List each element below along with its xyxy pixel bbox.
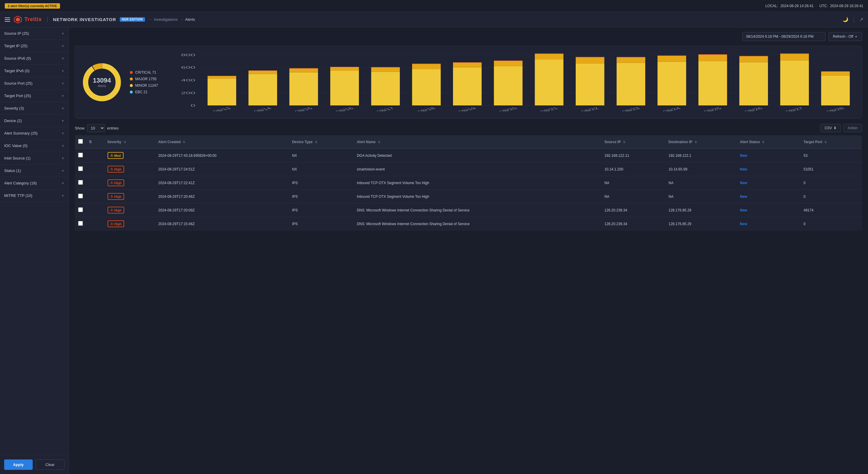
row-extra-cell <box>86 190 104 203</box>
row-alert-status[interactable]: New <box>737 190 801 203</box>
header-device-type[interactable]: Device Type ⇅ <box>289 135 354 149</box>
brand-icon <box>14 15 22 24</box>
filter-item-9[interactable]: IOC Value (0)▼ <box>0 139 69 152</box>
apply-button[interactable]: Apply <box>4 460 33 470</box>
svg-rect-21 <box>248 71 277 74</box>
row-checkbox-cell <box>75 190 86 203</box>
filter-item-13[interactable]: MITRE TTP (10)▼ <box>0 189 69 202</box>
csv-button[interactable]: CSV ⬇ <box>820 124 841 132</box>
action-button[interactable]: Action <box>843 124 862 132</box>
svg-text:08/13: 08/13 <box>211 106 232 112</box>
header-target-port[interactable]: Target Port ⇅ <box>801 135 862 149</box>
row-checkbox[interactable] <box>78 194 83 198</box>
header-alert-created[interactable]: Alert Created ⇅ <box>155 135 289 149</box>
svg-rect-25 <box>289 68 318 72</box>
brand-text: Trellix <box>24 16 42 23</box>
row-checkbox[interactable] <box>78 180 83 185</box>
alert-status-link[interactable]: New <box>740 208 747 212</box>
svg-text:08/25: 08/25 <box>702 106 723 112</box>
alert-status-link[interactable]: New <box>740 181 747 185</box>
row-dest-ip: 128.176.85.29 <box>665 217 737 231</box>
filter-item-5[interactable]: Target Port (25)▼ <box>0 90 69 102</box>
brand-logo: Trellix <box>14 15 42 24</box>
filter-item-4[interactable]: Source Port (25)▼ <box>0 77 69 90</box>
legend-label-0: CRITICAL 71 <box>135 70 156 74</box>
header-alert-name[interactable]: Alert Name ⇅ <box>354 135 601 149</box>
select-all-checkbox[interactable] <box>78 139 83 144</box>
breadcrumb-investigations[interactable]: Investigations <box>154 17 178 22</box>
row-device-type: IPS <box>289 176 354 190</box>
breadcrumb: → Investigations → Alerts <box>149 17 195 22</box>
svg-rect-28 <box>330 71 359 105</box>
header-source-ip[interactable]: Source IP ⇅ <box>601 135 666 149</box>
row-alert-status[interactable]: New <box>737 162 801 176</box>
row-alert-name: Inbound TCP OTX Segment Volume Too High <box>354 176 601 190</box>
filter-item-11[interactable]: Status (1)▼ <box>0 164 69 177</box>
csv-label: CSV <box>825 126 832 130</box>
svg-text:400: 400 <box>181 79 195 82</box>
header-dest-ip[interactable]: Destination IP ⇅ <box>665 135 737 149</box>
entries-select[interactable]: 10 25 50 100 <box>87 124 105 132</box>
header-alert-status[interactable]: Alert Status ⇅ <box>737 135 801 149</box>
svg-rect-68 <box>739 62 768 105</box>
device-type-sort-icon: ⇅ <box>315 140 317 144</box>
severity-triangle-icon: ⚠ <box>110 154 113 157</box>
filter-label: Status (1) <box>4 168 21 173</box>
header-severity[interactable]: Severity ⇅ <box>104 135 155 149</box>
bar-chart-svg: 800 600 400 200 0 08/1308/1408/1508/1608… <box>165 52 856 112</box>
row-alert-status[interactable]: New <box>737 176 801 190</box>
filter-item-3[interactable]: Target IPv6 (0)▼ <box>0 65 69 77</box>
severity-badge: ⚠ High <box>107 220 124 227</box>
table-row: ⚠ High 2024-08-29T17:24:51Z NX smartvisi… <box>75 162 862 176</box>
filter-item-6[interactable]: Severity (3)▼ <box>0 102 69 115</box>
filter-item-1[interactable]: Target IP (25)▼ <box>0 40 69 52</box>
chevron-icon: ▼ <box>61 132 64 135</box>
filter-item-7[interactable]: Device (2)▼ <box>0 115 69 127</box>
alert-status-link[interactable]: New <box>740 194 747 199</box>
external-link-icon[interactable]: ↗ <box>859 17 863 22</box>
table-row: ⚠ High 2024-08-29T17:20:46Z IPS Inbound … <box>75 190 862 203</box>
alert-status-link[interactable]: New <box>740 167 747 171</box>
svg-rect-70 <box>739 56 768 56</box>
svg-rect-50 <box>535 54 563 54</box>
svg-rect-49 <box>535 54 563 59</box>
svg-rect-61 <box>657 56 686 62</box>
row-alert-status[interactable]: New <box>737 149 801 162</box>
row-checkbox-cell <box>75 217 86 231</box>
row-checkbox[interactable] <box>78 166 83 171</box>
filter-item-10[interactable]: Intel Source (1)▼ <box>0 152 69 164</box>
table-row: ⚠ High 2024-08-29T17:20:09Z IPS DNS: Mic… <box>75 203 862 217</box>
hamburger-menu[interactable] <box>5 18 10 22</box>
download-icon: ⬇ <box>834 126 837 130</box>
chevron-icon: ▼ <box>61 32 64 35</box>
filter-item-12[interactable]: Alert Category (18)▼ <box>0 177 69 189</box>
filter-item-0[interactable]: Source IP (25)▼ <box>0 27 69 40</box>
row-device-type: NX <box>289 162 354 176</box>
alert-status-link[interactable]: New <box>740 222 747 226</box>
clear-button[interactable]: Clear <box>36 460 65 470</box>
row-alert-name: DNS: Microsoft Windows Internet Connecti… <box>354 217 601 231</box>
filter-label: Target IPv6 (0) <box>4 69 29 73</box>
alert-filter-badge: 2 alert filter(s) currently ACTIVE <box>5 3 60 9</box>
row-checkbox[interactable] <box>78 221 83 226</box>
date-range-input[interactable] <box>742 32 826 41</box>
donut-chart: 13094 Alerts <box>81 61 123 103</box>
row-alert-status[interactable]: New <box>737 217 801 231</box>
svg-rect-20 <box>248 74 277 105</box>
alert-status-link[interactable]: New <box>740 154 747 158</box>
moon-icon[interactable]: 🌙 <box>842 17 848 22</box>
row-checkbox[interactable] <box>78 153 83 157</box>
legend-dot-1 <box>130 77 133 81</box>
row-dest-ip: 128.176.85.29 <box>665 203 737 217</box>
row-alert-status[interactable]: New <box>737 203 801 217</box>
row-source-ip: NA <box>601 190 666 203</box>
row-checkbox[interactable] <box>78 207 83 212</box>
table-row: ⚠ High 2024-08-29T17:22:41Z IPS Inbound … <box>75 176 862 190</box>
svg-text:08/24: 08/24 <box>661 106 682 112</box>
chevron-icon: ▼ <box>61 44 64 48</box>
filter-item-2[interactable]: Source IPv6 (0)▼ <box>0 52 69 65</box>
refresh-button[interactable]: Refresh - Off ▼ <box>829 32 862 41</box>
filter-item-8[interactable]: Alert Summary (25)▼ <box>0 127 69 139</box>
sidebar-actions: Apply Clear <box>0 455 69 474</box>
header-sort-col[interactable]: ⇅ <box>86 135 104 149</box>
